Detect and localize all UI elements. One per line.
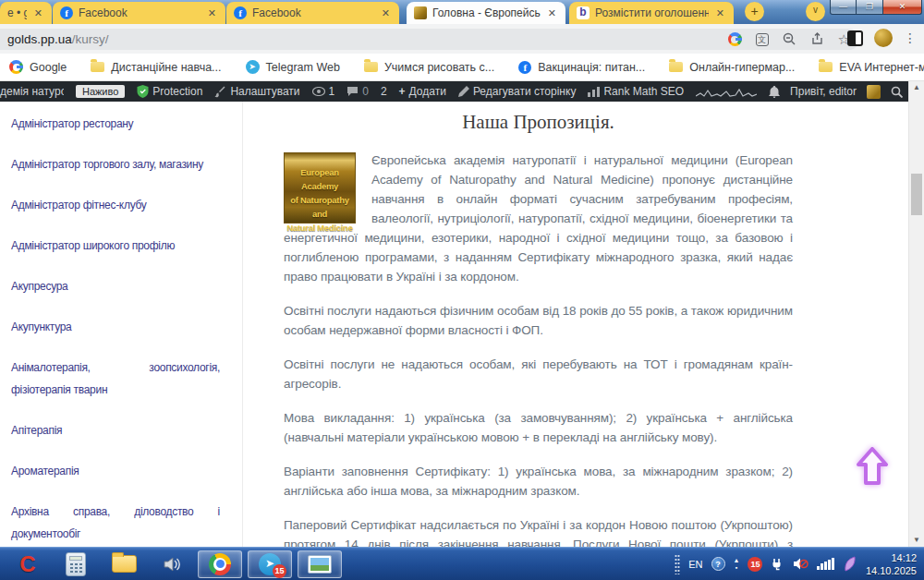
tab-search-chevron-button[interactable]: ᵛ: [806, 2, 825, 21]
wp-update-count[interactable]: 2: [381, 85, 387, 98]
sidebar-item-administrator-restoranu[interactable]: Адміністратор ресторану: [11, 113, 220, 135]
scrollbar-thumb[interactable]: [911, 174, 922, 215]
muted-speaker-icon[interactable]: [793, 557, 808, 571]
tab-close-icon[interactable]: ✕: [32, 7, 44, 19]
wp-comments[interactable]: 0: [346, 85, 369, 98]
plus-icon: +: [399, 85, 406, 98]
power-plug-icon[interactable]: [771, 557, 784, 571]
taskbar-photo-viewer[interactable]: [298, 550, 342, 578]
sidebar-item-akupresura[interactable]: Акупресура: [11, 275, 220, 297]
paragraph-restrictions: Освітні послуги не надаються особам, які…: [284, 355, 793, 393]
wp-live-badge[interactable]: Наживо: [76, 85, 125, 98]
facebook-favicon: f: [234, 6, 247, 19]
sidebar-item-aromaterapiya[interactable]: Ароматерапія: [11, 460, 220, 482]
tab-title: Facebook: [252, 6, 374, 19]
courses-list: Адміністратор ресторану Адміністратор то…: [11, 113, 220, 547]
new-tab-button[interactable]: +: [745, 2, 764, 21]
sidebar-item-arkhivna-sprava[interactable]: Архівна справа, діловодство і документоо…: [11, 501, 220, 545]
sidebar-item-akupunktura[interactable]: Акупунктура: [11, 316, 220, 338]
maximize-button[interactable]: ❐: [857, 0, 882, 15]
share-icon[interactable]: [810, 32, 824, 46]
bell-icon[interactable]: [769, 86, 780, 98]
sidebar-item-animaloterapiya[interactable]: Анімалотерапія, зоопсихологія, фізіотера…: [11, 356, 220, 401]
tab-golovna-active[interactable]: Головна - Європейська ак ✕: [407, 2, 565, 24]
sidebar-item-administrator-fitnes-klubu[interactable]: Адміністратор фітнес-клубу: [11, 194, 220, 216]
tab-goldse[interactable]: е • goldse ✕: [0, 2, 52, 24]
folder-icon: [112, 555, 137, 573]
tray-telegram-badge[interactable]: 15: [748, 557, 762, 572]
site-favicon: [414, 6, 427, 19]
windows-taskbar: C ➤15 EN ? ▲▪ 15 14:12: [0, 547, 924, 580]
tab-title: Facebook: [79, 6, 201, 19]
bookmark-telegram-web[interactable]: ➤Telegram Web: [246, 60, 340, 74]
sidebar-item-apiterapiya[interactable]: Апітерапія: [11, 419, 220, 441]
help-icon[interactable]: ?: [711, 557, 725, 571]
tab-facebook-2[interactable]: f Facebook ✕: [226, 2, 399, 24]
bookmark-folder-uchimsya[interactable]: Учимся рисовать с...: [364, 61, 494, 74]
scroll-down-arrow[interactable]: ▼: [909, 534, 924, 547]
brush-icon: [214, 86, 226, 98]
chrome-icon: [209, 553, 231, 575]
wp-protection[interactable]: Protection: [137, 85, 202, 98]
telegram-icon: ➤15: [259, 553, 281, 575]
url-host: golds.pp.ua: [7, 32, 72, 46]
sidebar-item-administrator-shyrokogo-profilyu[interactable]: Адміністратор широкого профілю: [11, 235, 220, 257]
wp-rank-math[interactable]: Rank Math SEO: [588, 85, 684, 98]
speaker-icon: [162, 554, 182, 574]
bookmark-vaktsynatsiya[interactable]: fВакцинація: питан...: [518, 61, 645, 74]
minimize-button[interactable]: —: [830, 0, 857, 15]
tab-close-icon[interactable]: ✕: [714, 7, 726, 19]
taskbar-explorer[interactable]: [103, 550, 144, 578]
tab-close-icon[interactable]: ✕: [206, 7, 218, 19]
sparkline-icon: [696, 85, 757, 98]
address-bar[interactable]: golds.pp.ua/kursy/ 文 ☆: [0, 29, 859, 50]
ccleaner-icon: C: [19, 552, 35, 576]
paragraph-certificate-variants: Варіанти заповнення Сертифікату: 1) укра…: [284, 462, 793, 501]
scroll-up-arrow[interactable]: ▲: [909, 81, 924, 94]
taskbar-calculator[interactable]: [55, 550, 96, 578]
pencil-icon: [458, 86, 469, 97]
bookmark-google[interactable]: Google: [9, 60, 67, 74]
wp-add-new[interactable]: + Додати: [399, 85, 446, 98]
google-icon[interactable]: [728, 32, 742, 46]
tab-oголошення[interactable]: b Розмістити оголошення 6 ✕: [569, 2, 734, 24]
search-icon[interactable]: [891, 86, 903, 98]
feather-icon[interactable]: [843, 556, 857, 573]
tab-facebook-1[interactable]: f Facebook ✕: [53, 2, 225, 24]
wp-edit-page[interactable]: Редагувати сторінку: [458, 85, 577, 98]
network-signal-icon[interactable]: [817, 558, 834, 570]
clock-date: 14.10.2025: [866, 565, 917, 576]
wp-greeting[interactable]: Привіт, editor: [790, 85, 857, 98]
paragraph-intro: Європейська академія натуропатії і натур…: [284, 151, 793, 286]
sidebar-item-administrator-torgovogo-zalu[interactable]: Адміністратор торгового залу, магазину: [11, 153, 220, 175]
tray-expand-chevron[interactable]: ▲▪: [734, 557, 740, 572]
wp-site-name[interactable]: демія натуропатії і натур...: [0, 85, 64, 98]
scroll-to-top-arrow[interactable]: [855, 446, 890, 487]
wp-user-avatar[interactable]: [867, 85, 881, 99]
calculator-icon: [66, 552, 86, 576]
wp-views[interactable]: 1: [312, 85, 335, 98]
academy-logo-image: European Academy of Naturopathy and Natu…: [284, 152, 356, 224]
zoom-icon[interactable]: [783, 32, 796, 46]
side-panel-icon[interactable]: [847, 30, 863, 46]
close-button[interactable]: ✕: [882, 0, 922, 15]
taskbar-speaker[interactable]: [152, 550, 192, 578]
language-indicator[interactable]: EN: [688, 559, 702, 570]
vertical-scrollbar[interactable]: ▲ ▼: [908, 81, 924, 547]
tab-close-icon[interactable]: ✕: [546, 7, 558, 19]
menu-dots-icon[interactable]: ⋮: [904, 30, 917, 45]
taskbar-chrome-active[interactable]: [198, 550, 242, 578]
bookmark-folder-onlain[interactable]: Онлайн-гипермар...: [669, 61, 795, 74]
taskbar-telegram[interactable]: ➤15: [248, 550, 292, 578]
taskbar-clock[interactable]: 14:12 14.10.2025: [866, 551, 917, 577]
bookmark-folder-eva[interactable]: EVA Интернет-маг...: [819, 61, 924, 74]
taskbar-ccleaner[interactable]: C: [7, 550, 48, 578]
shield-icon: [137, 85, 149, 98]
bookmark-folder-dystantsiine[interactable]: Дистанційне навча...: [91, 61, 221, 74]
tab-close-icon[interactable]: ✕: [380, 7, 392, 19]
system-tray: EN ? ▲▪ 15 14:12 14.10.2025: [675, 551, 924, 577]
profile-avatar[interactable]: [874, 29, 893, 47]
paragraph-language: Мова викладання: 1) українська (за замов…: [284, 408, 793, 447]
translate-icon[interactable]: 文: [756, 33, 769, 46]
wp-customize[interactable]: Налаштувати: [214, 85, 299, 98]
